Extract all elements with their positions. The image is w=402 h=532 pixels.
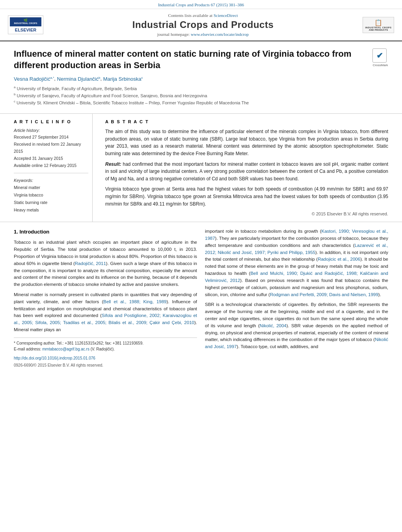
keywords-list: Mineral matter Virginia tobacco Static b… [14,184,88,214]
elsevier-name-label: ELSEVIER [10,28,41,32]
keyword-2: Virginia tobacco [14,191,88,199]
elsevier-logo: 🌿 INDUSTRIAL CROPS ELSEVIER [8,15,43,34]
abstract-title: A B S T R A C T [105,119,388,124]
result-text: had confirmed that the most important fa… [105,161,388,182]
affiliation-a: a University of Belgrade, Faculty of Agr… [14,85,367,92]
issn-line: 0926-6690/© 2015 Elsevier B.V. All right… [14,362,197,369]
article-title-text: Influence of mineral matter content on s… [14,48,367,106]
journal-title: Industrial Crops and Products [43,19,363,30]
homepage-link[interactable]: www.elsevier.com/locate/indcrop [191,32,249,37]
article-title-section: Influence of mineral matter content on s… [0,41,402,110]
keyword-3: Static burning rate [14,199,88,206]
keywords-label: Keywords: [14,178,88,183]
ref-lazarevic: Lazarević et al., 2012; Nikolić and Josi… [205,243,388,255]
online-date: Available online 12 February 2015 [14,162,88,169]
journal-homepage: journal homepage: www.elsevier.com/locat… [43,32,363,37]
elsevier-box-line1: INDUSTRIAL CROPS [12,22,39,25]
revised-date: Received in revised form 22 January 2015 [14,141,88,155]
keywords-section: Keywords: Mineral matter Virginia tobacc… [14,178,88,214]
sciencedirect-link[interactable]: ScienceDirect [214,13,238,18]
history-label: Article history: [14,128,88,133]
body-paragraph-4: SBR is a technological characteristic of… [205,301,388,350]
result-label: Result: [105,161,121,167]
author-2: Nermina Djulančićb [57,76,100,82]
ref-radojicic-2006: Radojicic et al., 2006 [318,257,360,261]
section-1-heading: 1. Introduction [14,228,197,236]
received-date: Received 27 September 2014 [14,134,88,141]
ref-rodgman: Rodgman and Perfetti, 2009; Davis and Ni… [270,292,378,297]
abstract-text: The aim of this study was to determine t… [105,128,388,208]
ref-kastori: Kastori, 1990; Veresoglou et al., 1987 [205,229,388,241]
contents-line: Contents lists available at ScienceDirec… [43,13,363,18]
authors-line: Vesna Radojičića,*, Nermina Djulančićb, … [14,76,367,82]
abstract-virginia: Virginia tobacco type grown at Senta are… [105,185,388,208]
article-dates: Received 27 September 2014 Received in r… [14,134,88,173]
ref-bell-1988: Bell et al., 1988; King, 1989 [103,299,166,304]
body-content: 1. Introduction Tobacco is an industrial… [0,222,402,376]
body-paragraph-3: important role in tobacco metabolism dur… [205,228,388,298]
section-number: 1. [14,229,18,235]
author-3: Marija Srbinoskac [103,76,143,82]
keyword-4: Heavy metals [14,206,88,214]
ref-sifola: Sifola and Postiglione, 2002; Karaivazog… [14,313,197,325]
article-main-title: Influence of mineral matter content on s… [14,48,367,71]
ref-nikolic-2004: Nikolić, 2004 [260,323,287,328]
journal-center: Contents lists available at ScienceDirec… [43,13,363,37]
article-info-column: A R T I C L E I N F O Article history: R… [14,114,93,222]
affiliation-b: b University of Sarajevo, Faculty of Agr… [14,92,367,99]
affiliations: a University of Belgrade, Faculty of Agr… [14,85,367,107]
abstract-result: Result: had confirmed that the most impo… [105,161,388,183]
journal-header: 🌿 INDUSTRIAL CROPS ELSEVIER Contents lis… [0,9,402,41]
crossmark-logo: ✔ CrossMark [372,48,388,67]
keyword-1: Mineral matter [14,184,88,191]
ref-radojicic-2011: Radojičić, 2011 [75,261,106,266]
journal-logo-right: 📋 INDUSTRIAL CROPS AND PRODUCTS [363,17,394,33]
journal-logo-box: 📋 INDUSTRIAL CROPS AND PRODUCTS [363,17,394,33]
body-left-column: 1. Introduction Tobacco is an industrial… [14,228,197,369]
abstract-body: The aim of this study was to determine t… [105,129,388,156]
info-abstract-section: A R T I C L E I N F O Article history: R… [0,113,402,222]
affiliation-c: c University St. Kliment Ohridski – Bito… [14,99,367,106]
abstract-column: A B S T R A C T The aim of this study wa… [100,114,388,222]
article-info-title: A R T I C L E I N F O [14,119,88,124]
author-1: Vesna Radojičića,* [14,76,54,82]
footnote-section: * Corresponding author. Tel.: +381 11261… [14,337,197,352]
doi-link[interactable]: http://dx.doi.org/10.1016/j.indcrop.2015… [14,355,197,361]
email-line: E-mail address: mmtabacco@agrif.bg.ac.rs… [14,346,197,352]
detected-and: and [311,344,318,349]
accepted-date: Accepted 31 January 2015 [14,155,88,162]
ref-nikolic-josic: Nikolić and Josić, 1997 [205,337,388,349]
doi-section: http://dx.doi.org/10.1016/j.indcrop.2015… [14,355,197,369]
citation-text: Industrial Crops and Products 67 (2015) … [158,2,244,7]
corresponding-author: * Corresponding author. Tel.: +381 11261… [14,340,197,346]
section-title: Introduction [19,229,49,235]
journal-citation: Industrial Crops and Products 67 (2015) … [0,0,402,9]
body-paragraph-1: Tobacco is an industrial plant which occ… [14,239,197,288]
ref-bell-mulchi: Bell and Mulchi, 1990; Djukić and Radoji… [205,271,388,283]
body-paragraph-2: Mineral matter is normally present in cu… [14,291,197,334]
copyright-line: © 2015 Elsevier B.V. All rights reserved… [105,211,388,216]
email-link[interactable]: mmtabacco@agrif.bg.ac.rs [42,347,89,351]
body-right-column: important role in tobacco metabolism dur… [205,228,388,369]
